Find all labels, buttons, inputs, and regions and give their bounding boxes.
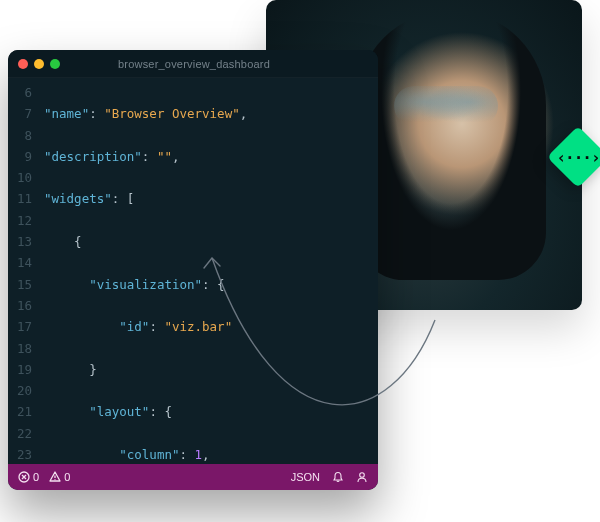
error-icon[interactable] <box>18 471 30 483</box>
line-number: 21 <box>8 401 32 422</box>
bell-icon[interactable] <box>332 471 344 483</box>
line-number: 13 <box>8 231 32 252</box>
line-number: 20 <box>8 380 32 401</box>
language-mode[interactable]: JSON <box>291 471 320 483</box>
line-number: 15 <box>8 274 32 295</box>
svg-point-2 <box>55 479 56 480</box>
user-icon[interactable] <box>356 471 368 483</box>
line-number: 12 <box>8 210 32 231</box>
line-number: 17 <box>8 316 32 337</box>
line-number: 8 <box>8 125 32 146</box>
line-number: 11 <box>8 188 32 209</box>
line-number: 19 <box>8 359 32 380</box>
statusbar: 0 0 JSON <box>8 464 378 490</box>
line-number: 22 <box>8 423 32 444</box>
line-number: 6 <box>8 82 32 103</box>
line-number: 14 <box>8 252 32 273</box>
line-number: 18 <box>8 338 32 359</box>
line-gutter: 6 7 8 9 10 11 12 13 14 15 16 17 18 19 20… <box>8 82 38 464</box>
warning-icon[interactable] <box>49 471 61 483</box>
error-count: 0 <box>33 471 39 483</box>
warning-count: 0 <box>64 471 70 483</box>
line-number: 9 <box>8 146 32 167</box>
titlebar: browser_overview_dashboard <box>8 50 378 78</box>
svg-point-3 <box>360 473 365 478</box>
line-number: 16 <box>8 295 32 316</box>
line-number: 10 <box>8 167 32 188</box>
line-number: 7 <box>8 103 32 124</box>
line-number: 23 <box>8 444 32 464</box>
editor-window: browser_overview_dashboard 6 7 8 9 10 11… <box>8 50 378 490</box>
code-badge-glyph: ‹···› <box>556 135 600 179</box>
window-title: browser_overview_dashboard <box>20 58 368 70</box>
code-area[interactable]: 6 7 8 9 10 11 12 13 14 15 16 17 18 19 20… <box>8 78 378 464</box>
code-content[interactable]: "name": "Browser Overview", "description… <box>38 82 378 464</box>
